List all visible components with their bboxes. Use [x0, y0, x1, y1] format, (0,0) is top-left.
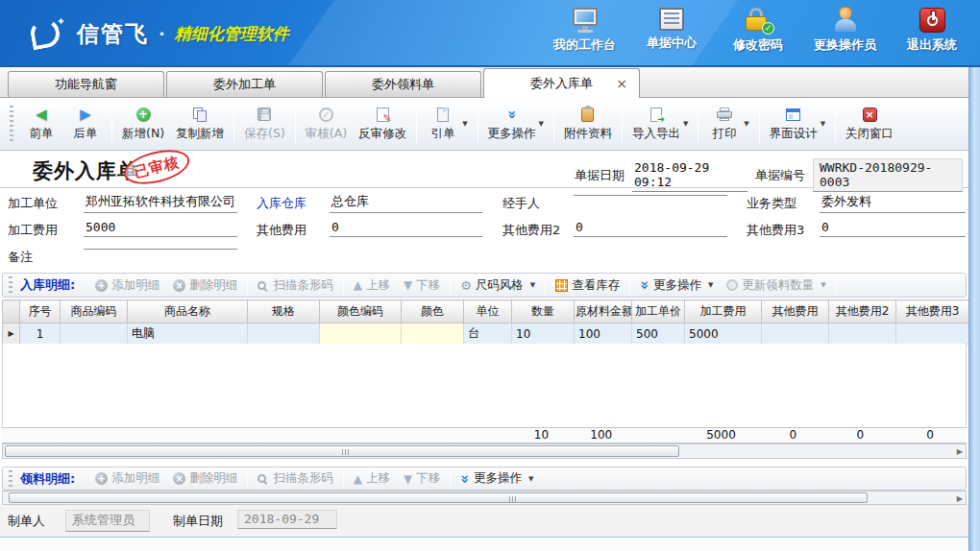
col-header[interactable]: 加工费用 — [685, 300, 762, 323]
add-detail-button[interactable]: +添加明细 — [88, 468, 166, 489]
toolbar-grip[interactable] — [9, 470, 12, 488]
dropdown-caret-icon[interactable]: ▼ — [821, 120, 825, 128]
more-operations-button[interactable]: »更多操作 ▼ — [482, 103, 550, 145]
next-doc-button[interactable]: ▶后单 — [63, 103, 108, 145]
tab-outsource-material-order[interactable]: 委外领料单 — [325, 71, 481, 97]
scrollbar-thumb[interactable] — [5, 445, 679, 457]
add-detail-button[interactable]: +添加明细 — [88, 276, 166, 296]
tab-function-nav[interactable]: 功能导航窗 — [8, 71, 164, 97]
col-header[interactable]: 其他费用3 — [896, 300, 969, 323]
col-header[interactable]: 其他费用2 — [829, 300, 896, 323]
warehouse-label[interactable]: 入库仓库 — [257, 195, 306, 212]
update-material-qty-button[interactable]: 更新领料数量▼ — [720, 276, 832, 296]
cell-other-fee2[interactable] — [829, 323, 896, 345]
col-header[interactable]: 商品名称 — [128, 300, 248, 323]
cell-product-code[interactable] — [61, 323, 128, 345]
doc-no-field: WWRKD-20180929-0003 — [813, 158, 963, 192]
scroll-right-icon[interactable]: ▶ — [957, 447, 963, 456]
exit-system-button[interactable]: 退出系统 — [901, 8, 963, 54]
import-export-button[interactable]: 导入导出 ▼ — [626, 103, 694, 145]
table-row[interactable]: ▶ 1 电脑 台 10 100 500 5000 — [3, 323, 969, 345]
biz-type-field[interactable]: 委外发料 — [820, 192, 966, 213]
my-workspace-button[interactable]: 我的工作台 — [553, 8, 616, 54]
toolbar-grip[interactable] — [9, 276, 12, 294]
remark-field[interactable] — [84, 246, 237, 250]
cell-other-fee3[interactable] — [896, 323, 969, 345]
total-other-fee: 0 — [759, 428, 826, 443]
doc-date-field[interactable]: 2018-09-29 09:12 — [632, 159, 747, 192]
col-header[interactable]: 规格 — [248, 300, 320, 323]
cell-product-name[interactable]: 电脑 — [128, 323, 248, 345]
close-window-button[interactable]: ×关闭窗口 — [840, 103, 899, 145]
material-more-operations-button[interactable]: »更多操作▼ — [453, 468, 540, 490]
processor-field[interactable]: 郑州亚拓软件科技有限公司 — [84, 192, 237, 213]
dropdown-caret-icon[interactable]: ▼ — [462, 120, 467, 128]
cell-proc-fee[interactable]: 5000 — [685, 323, 762, 345]
tab-close-icon[interactable]: × — [616, 77, 627, 90]
size-style-button[interactable]: ⚙尺码风格▼ — [453, 276, 542, 296]
cell-color-code[interactable] — [320, 323, 402, 345]
arrow-right-icon: ▶ — [80, 106, 91, 123]
ui-design-button[interactable]: 界面设计 ▼ — [764, 103, 831, 145]
col-header[interactable]: 序号 — [20, 300, 61, 323]
cell-seq[interactable]: 1 — [20, 323, 61, 345]
col-header[interactable]: 加工单价 — [632, 300, 685, 323]
scan-barcode-button[interactable]: 扫描条形码 — [251, 276, 340, 296]
other-fee-field[interactable]: 0 — [330, 219, 482, 237]
view-stock-button[interactable]: 查看库存 — [549, 276, 626, 296]
delete-detail-button[interactable]: ×删除明细 — [166, 468, 244, 489]
other-fee2-field[interactable]: 0 — [574, 219, 727, 237]
grid-horizontal-scrollbar[interactable]: ▶ — [2, 443, 967, 459]
change-password-button[interactable]: ✓ 修改密码 — [727, 8, 789, 54]
other-fee3-field[interactable]: 0 — [820, 219, 966, 237]
pull-order-button[interactable]: 引单 ▼ — [421, 103, 473, 145]
scroll-right-icon[interactable]: ▶ — [957, 494, 963, 503]
proc-fee-field[interactable]: 5000 — [84, 219, 237, 237]
material-horizontal-scrollbar[interactable]: ▶ — [2, 491, 967, 505]
move-down-button[interactable]: ▼下移 — [397, 276, 447, 296]
move-up-button[interactable]: ▲上移 — [347, 468, 397, 489]
switch-operator-button[interactable]: 更换操作员 — [814, 8, 876, 54]
detail-more-operations-button[interactable]: »更多操作▼ — [633, 275, 720, 296]
cell-spec[interactable] — [248, 323, 320, 345]
scrollbar-thumb[interactable] — [9, 492, 868, 503]
tab-outsource-process-order[interactable]: 委外加工单 — [166, 71, 323, 97]
cell-other-fee[interactable] — [762, 323, 829, 345]
dropdown-caret-icon[interactable]: ▼ — [683, 120, 688, 128]
new-button[interactable]: +新增(N) — [116, 103, 170, 145]
print-button[interactable]: 打印 ▼ — [702, 103, 754, 145]
save-button[interactable]: 保存(S) — [238, 103, 291, 145]
unaudit-button[interactable]: ✎反审修改 — [353, 103, 412, 145]
tab-outsource-receipt-order[interactable]: 委外入库单 × — [483, 68, 640, 98]
toolbar-grip[interactable] — [10, 106, 13, 142]
move-up-button[interactable]: ▲上移 — [347, 276, 397, 296]
warehouse-field[interactable]: 总仓库 — [330, 192, 482, 213]
col-header[interactable]: 单位 — [464, 300, 512, 323]
dropdown-caret-icon[interactable]: ▼ — [744, 120, 748, 128]
col-header[interactable]: 原材料金额 — [575, 300, 632, 323]
col-header[interactable]: 颜色 — [402, 300, 464, 323]
prev-doc-button[interactable]: ◀前单 — [19, 103, 63, 145]
col-header[interactable]: 颜色编码 — [320, 300, 402, 323]
scan-barcode-button[interactable]: 扫描条形码 — [251, 468, 340, 489]
delete-detail-button[interactable]: ×删除明细 — [166, 276, 244, 296]
audit-button[interactable]: ✓审核(A) — [300, 103, 353, 145]
toolbar-separator — [295, 105, 296, 143]
power-icon — [919, 8, 945, 33]
col-header[interactable]: 数量 — [512, 300, 575, 323]
move-down-button[interactable]: ▼下移 — [397, 468, 447, 489]
document-center-button[interactable]: 单据中心 — [641, 8, 702, 54]
copy-new-button[interactable]: 复制新增 — [170, 103, 230, 145]
col-header[interactable]: 其他费用 — [762, 300, 829, 323]
col-header[interactable]: 商品编码 — [61, 300, 128, 323]
cell-qty[interactable]: 10 — [512, 323, 575, 345]
cell-unit[interactable]: 台 — [464, 323, 512, 345]
cell-proc-price[interactable]: 500 — [632, 323, 685, 345]
cell-color[interactable] — [402, 323, 464, 345]
handler-field[interactable] — [574, 192, 727, 196]
attachments-button[interactable]: 附件资料 — [558, 103, 618, 145]
cell-raw-amount[interactable]: 100 — [575, 323, 632, 345]
header-actions: 我的工作台 单据中心 ✓ 修改密码 更换操作员 退出系统 — [553, 8, 963, 54]
total-proc-fee: 5000 — [683, 428, 760, 443]
dropdown-caret-icon[interactable]: ▼ — [539, 120, 544, 128]
